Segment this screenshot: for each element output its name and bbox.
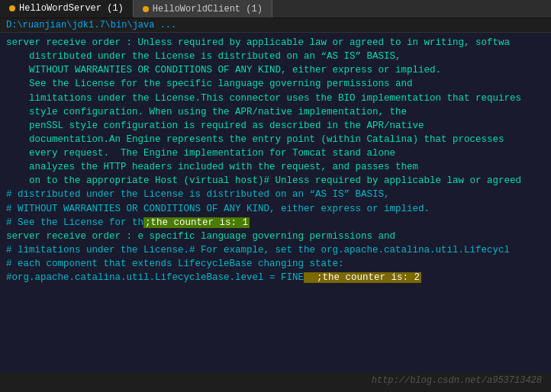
console-output: server receive order : Unless required b…: [0, 33, 551, 373]
tab-hellowordserver[interactable]: HelloWordServer (1): [0, 0, 134, 18]
watermark: http://blog.csdn.net/a953713428: [372, 375, 542, 386]
tab-label-client: HelloWorldClient (1): [153, 4, 263, 14]
tab-icon-client: [143, 6, 149, 12]
path-bar: D:\ruanjian\jdk1.7\bin\java ...: [0, 18, 551, 33]
path-text: D:\ruanjian\jdk1.7\bin\java ...: [6, 20, 176, 31]
title-bar: HelloWordServer (1) HelloWorldClient (1): [0, 0, 551, 18]
tab-icon-server: [9, 5, 15, 11]
tab-label-server: HelloWordServer (1): [19, 3, 124, 14]
tab-helloworldclient[interactable]: HelloWorldClient (1): [134, 0, 272, 18]
